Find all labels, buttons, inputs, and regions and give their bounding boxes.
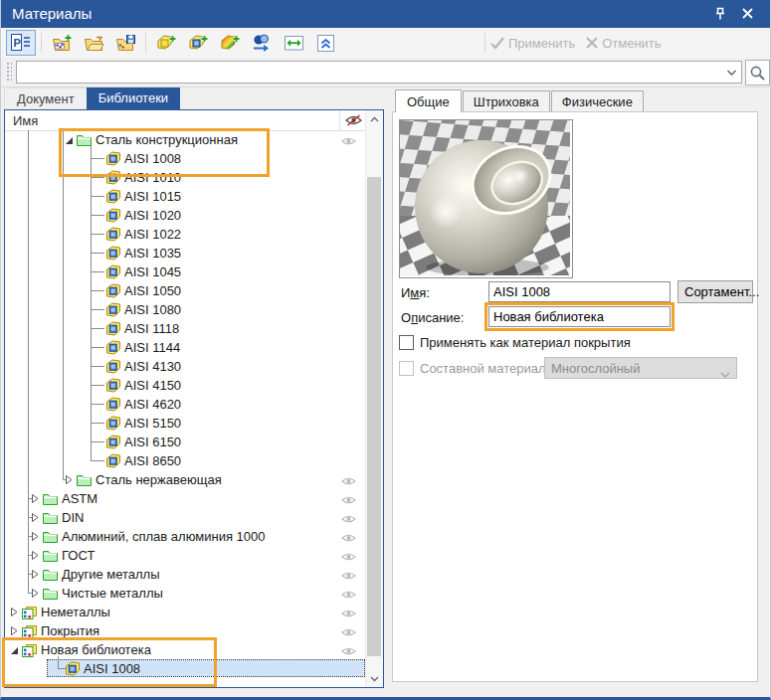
- tree-row[interactable]: Сталь нержавеющая: [5, 470, 366, 489]
- add-material-button[interactable]: [151, 30, 181, 56]
- scroll-up-icon[interactable]: [366, 110, 382, 127]
- tab-document[interactable]: Документ: [4, 88, 87, 109]
- visibility-eye-icon[interactable]: [341, 493, 356, 508]
- visibility-eye-icon[interactable]: [341, 512, 356, 527]
- collapsed-arrow-icon[interactable]: [30, 493, 43, 505]
- tree-row[interactable]: AISI 4150: [5, 376, 366, 395]
- tree-row[interactable]: Покрытия: [5, 621, 366, 640]
- coating-checkbox[interactable]: [399, 335, 414, 350]
- scrollbar-thumb[interactable]: [367, 177, 381, 656]
- tree-row[interactable]: AISI 1020: [5, 206, 366, 225]
- add-colored-material-button[interactable]: [215, 30, 245, 56]
- tree-row[interactable]: DIN: [5, 508, 366, 527]
- tree-connector-tick: [91, 404, 104, 405]
- cancel-button[interactable]: Отменить: [602, 36, 661, 51]
- tree-row[interactable]: AISI 4620: [5, 395, 366, 414]
- visibility-eye-icon[interactable]: [341, 134, 356, 149]
- assign-material-button[interactable]: [247, 30, 277, 56]
- open-library-button[interactable]: [79, 30, 108, 56]
- tree-row[interactable]: AISI 1022: [5, 225, 366, 244]
- name-input[interactable]: [488, 281, 671, 302]
- collapsed-arrow-icon[interactable]: [30, 531, 43, 543]
- tree-scrollbar[interactable]: [365, 110, 383, 687]
- tree-row[interactable]: Новая библиотека: [5, 640, 366, 659]
- visibility-eye-icon[interactable]: [341, 474, 356, 489]
- filter-combobox: [16, 61, 742, 84]
- material-icon: [105, 283, 123, 299]
- tree-row[interactable]: AISI 6150: [5, 433, 366, 451]
- coating-checkbox-label: Применять как материал покрытия: [420, 335, 631, 350]
- visibility-eye-icon[interactable]: [341, 588, 356, 603]
- tree-row[interactable]: AISI 5150: [5, 414, 366, 433]
- expanded-arrow-icon[interactable]: [9, 644, 22, 656]
- tab-general[interactable]: Общие: [395, 89, 462, 112]
- properties-mode-button[interactable]: P: [6, 30, 36, 56]
- fit-width-button[interactable]: [279, 30, 308, 56]
- visibility-eye-icon[interactable]: [341, 607, 356, 621]
- coating-checkbox-row: Применять как материал покрытия: [399, 335, 631, 350]
- tree-row[interactable]: Сталь конструкционная: [5, 130, 366, 149]
- sortament-button[interactable]: Сортамент...: [677, 280, 753, 303]
- composite-checkbox[interactable]: [399, 361, 414, 376]
- composite-type-select[interactable]: Многослойный: [544, 357, 737, 379]
- collapsed-arrow-icon[interactable]: [9, 625, 22, 637]
- visibility-eye-icon[interactable]: [341, 531, 356, 546]
- visibility-eye-icon[interactable]: [341, 550, 356, 565]
- tree-row[interactable]: AISI 1050: [5, 281, 366, 300]
- tree-row[interactable]: Неметаллы: [5, 603, 366, 621]
- folder-icon: [43, 586, 61, 602]
- collapsed-arrow-icon[interactable]: [30, 588, 43, 600]
- visibility-eye-icon[interactable]: [341, 569, 356, 584]
- tree-row[interactable]: AISI 1080: [5, 300, 366, 319]
- pin-icon[interactable]: [713, 7, 729, 22]
- description-input[interactable]: [488, 306, 671, 327]
- tree-item-label: AISI 4620: [123, 397, 181, 412]
- drag-grip[interactable]: [6, 62, 12, 83]
- filter-input[interactable]: [19, 63, 719, 82]
- tree-row[interactable]: AISI 1035: [5, 244, 366, 262]
- toolbar-separator: [41, 33, 42, 53]
- collapsed-arrow-icon[interactable]: [30, 512, 43, 524]
- tab-libraries[interactable]: Библиотеки: [87, 88, 180, 109]
- apply-button[interactable]: Применить: [508, 36, 575, 51]
- tree-row[interactable]: Чистые металлы: [5, 584, 366, 603]
- add-library-button[interactable]: [47, 30, 77, 56]
- tree-row[interactable]: AISI 8650: [5, 451, 366, 470]
- search-button[interactable]: [745, 60, 770, 86]
- tab-hatching[interactable]: Штриховка: [463, 90, 550, 111]
- tree-row[interactable]: AISI 1144: [5, 338, 366, 357]
- tree-row[interactable]: AISI 1045: [5, 262, 366, 281]
- tree-row[interactable]: AISI 1010: [5, 168, 366, 187]
- combo-dropdown-icon[interactable]: [723, 65, 739, 80]
- save-library-button[interactable]: [110, 30, 140, 56]
- tree-item-label: Новая библиотека: [40, 642, 151, 657]
- tree-connector-tick: [91, 271, 104, 272]
- tab-physical[interactable]: Физические: [551, 90, 644, 111]
- tree-connector-tick: [91, 366, 104, 367]
- visibility-eye-icon[interactable]: [341, 644, 356, 659]
- expanded-arrow-icon[interactable]: [64, 134, 77, 146]
- name-column-header[interactable]: Имя: [5, 113, 339, 128]
- tree-row[interactable]: AISI 1015: [5, 187, 366, 206]
- tree-row[interactable]: Другие металлы: [5, 565, 366, 584]
- collapsed-arrow-icon[interactable]: [64, 474, 77, 486]
- tree-row[interactable]: Алюминий, сплав алюминия 1000: [5, 527, 366, 546]
- tree-connector-tick: [91, 423, 104, 424]
- copy-material-button[interactable]: [183, 30, 213, 56]
- tree-row[interactable]: AISI 4130: [5, 357, 366, 376]
- collapsed-arrow-icon[interactable]: [30, 569, 43, 581]
- folder-icon: [77, 132, 95, 148]
- visibility-off-icon[interactable]: [339, 110, 366, 130]
- tree-row[interactable]: ГОСТ: [5, 546, 366, 565]
- tree-body: Сталь конструкционнаяAISI 1008AISI 1010A…: [5, 130, 366, 687]
- tree-row[interactable]: ASTM: [5, 489, 366, 508]
- visibility-eye-icon[interactable]: [341, 625, 356, 640]
- collapsed-arrow-icon[interactable]: [30, 550, 43, 562]
- close-icon[interactable]: [741, 7, 757, 22]
- scroll-down-icon[interactable]: [366, 670, 382, 687]
- collapse-all-button[interactable]: [310, 30, 340, 56]
- tree-connector-tick: [91, 158, 104, 159]
- tree-row[interactable]: AISI 1118: [5, 319, 366, 338]
- collapsed-arrow-icon[interactable]: [9, 607, 22, 618]
- tree-row[interactable]: AISI 1008: [5, 149, 366, 168]
